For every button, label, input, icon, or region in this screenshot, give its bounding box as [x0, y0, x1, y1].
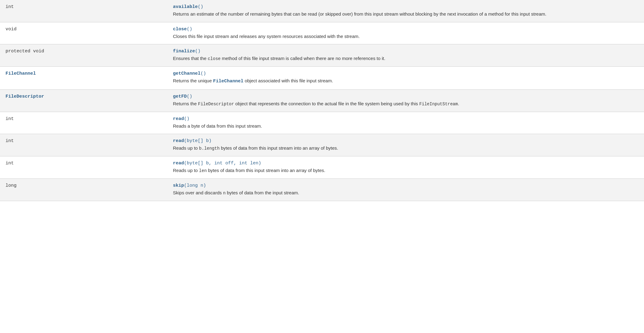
method-params: (long n) [184, 183, 206, 188]
method-description: Skips over and discards n bytes of data … [173, 189, 638, 196]
method-params: () [195, 49, 201, 54]
method-name-link[interactable]: skip [173, 183, 184, 188]
return-type-cell: void [0, 22, 168, 44]
table-row: longskip(long n)Skips over and discards … [0, 179, 644, 201]
method-params: () [187, 27, 192, 32]
table-row: voidclose()Closes this file input stream… [0, 22, 644, 44]
method-description: Returns an estimate of the number of rem… [173, 11, 638, 18]
method-name-link[interactable]: read [173, 116, 184, 122]
method-name-link[interactable]: getChannel [173, 71, 201, 76]
return-type-cell: int [0, 112, 168, 134]
return-type-cell: FileDescriptor [0, 89, 168, 112]
method-cell: getChannel()Returns the unique FileChann… [168, 67, 644, 90]
return-type-cell: int [0, 156, 168, 179]
inline-code-link[interactable]: FileChannel [213, 79, 243, 84]
api-methods-table: intavailable()Returns an estimate of the… [0, 0, 644, 201]
inline-code: n [223, 191, 225, 196]
table-row: intread(byte[] b)Reads up to b.length by… [0, 134, 644, 156]
method-name-link[interactable]: available [173, 4, 198, 9]
method-params: () [184, 116, 190, 122]
return-type-cell: long [0, 179, 168, 201]
method-cell: skip(long n)Skips over and discards n by… [168, 179, 644, 201]
table-row: intread(byte[] b, int off, int len)Reads… [0, 156, 644, 179]
method-description: Returns the unique FileChannel object as… [173, 77, 638, 85]
method-name-link[interactable]: getFD [173, 94, 187, 99]
inline-code: len [199, 168, 207, 173]
method-name-link[interactable]: finalize [173, 49, 195, 54]
inline-code: FileInputStream [419, 102, 458, 107]
method-signature[interactable]: available() [173, 4, 638, 9]
method-cell: read()Reads a byte of data from this inp… [168, 112, 644, 134]
return-type-cell: FileChannel [0, 67, 168, 90]
table-row: intavailable()Returns an estimate of the… [0, 0, 644, 22]
method-cell: getFD()Returns the FileDescriptor object… [168, 89, 644, 112]
method-cell: available()Returns an estimate of the nu… [168, 0, 644, 22]
method-signature[interactable]: getFD() [173, 94, 638, 99]
method-signature[interactable]: getChannel() [173, 71, 638, 76]
method-signature[interactable]: read() [173, 116, 638, 122]
table-row: FileChannelgetChannel()Returns the uniqu… [0, 67, 644, 90]
inline-code: b.length [199, 146, 220, 151]
method-name-link[interactable]: close [173, 27, 187, 32]
method-cell: finalize()Ensures that the close method … [168, 44, 644, 67]
method-cell: read(byte[] b, int off, int len)Reads up… [168, 156, 644, 179]
method-params: (byte[] b) [184, 138, 212, 144]
method-name-link[interactable]: read [173, 161, 184, 166]
method-signature[interactable]: close() [173, 27, 638, 32]
table-row: intread()Reads a byte of data from this … [0, 112, 644, 134]
inline-code: FileDescriptor [198, 102, 234, 107]
method-signature[interactable]: read(byte[] b, int off, int len) [173, 161, 638, 166]
return-type-cell: int [0, 0, 168, 22]
method-description: Reads a byte of data from this input str… [173, 123, 638, 130]
method-cell: read(byte[] b)Reads up to b.length bytes… [168, 134, 644, 156]
method-params: () [201, 71, 206, 76]
method-params: () [198, 4, 203, 9]
method-params: () [187, 94, 192, 99]
method-description: Returns the FileDescriptor object that r… [173, 100, 638, 107]
table-row: FileDescriptorgetFD()Returns the FileDes… [0, 89, 644, 112]
method-description: Reads up to len bytes of data from this … [173, 167, 638, 174]
table-row: protected voidfinalize()Ensures that the… [0, 44, 644, 67]
method-signature[interactable]: read(byte[] b) [173, 138, 638, 144]
inline-code: close [208, 56, 221, 61]
method-description: Closes this file input stream and releas… [173, 33, 638, 40]
method-signature[interactable]: finalize() [173, 49, 638, 54]
method-params: (byte[] b, int off, int len) [184, 161, 261, 166]
method-cell: close()Closes this file input stream and… [168, 22, 644, 44]
return-type-cell: int [0, 134, 168, 156]
method-description: Reads up to b.length bytes of data from … [173, 145, 638, 152]
method-signature[interactable]: skip(long n) [173, 183, 638, 188]
method-description: Ensures that the close method of this fi… [173, 55, 638, 62]
return-type-cell: protected void [0, 44, 168, 67]
method-name-link[interactable]: read [173, 138, 184, 144]
